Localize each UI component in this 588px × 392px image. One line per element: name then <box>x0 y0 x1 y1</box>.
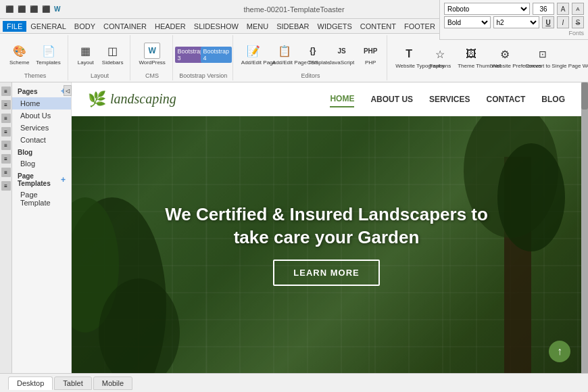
sidebar-header-pages: Pages + <box>12 85 71 97</box>
heading-select[interactable]: h2 <box>493 16 540 28</box>
sidebars-button[interactable]: ◫ Sidebars <box>99 41 126 68</box>
bootstrap4-button[interactable]: Bootstrap 4 <box>204 45 228 64</box>
hero-title: We Certified & Insured Landscapers to ta… <box>157 203 495 249</box>
menu-content[interactable]: CONTENT <box>356 21 400 32</box>
nav-services[interactable]: SERVICES <box>429 92 470 107</box>
menu-file[interactable]: FILE <box>3 21 26 32</box>
sidebar-item-services[interactable]: Services <box>12 122 71 134</box>
sidebar-item-about-us[interactable]: About Us <box>12 109 71 122</box>
typography-icon: T <box>401 46 417 62</box>
layout-icon: ▦ <box>78 43 94 59</box>
toolbar-group-cms: W WordPress CMS <box>132 35 172 80</box>
website-preview: 🌿 landscaping HOME ABOUT US SERVICES CON… <box>72 82 581 373</box>
font-family-select[interactable]: Roboto <box>444 3 530 15</box>
menu-header[interactable]: HEADER <box>151 21 190 32</box>
templates-add-btn[interactable]: + <box>61 175 66 185</box>
templates-button[interactable]: 📄 Templates <box>33 41 63 68</box>
logo-leaf-icon: 🌿 <box>88 91 106 108</box>
favicons-icon: ☆ <box>432 46 448 62</box>
scheme-button[interactable]: 🎨 Scheme <box>7 41 32 68</box>
javascript-button[interactable]: JS JavaScript <box>326 41 357 68</box>
menu-container[interactable]: CONTAINER <box>99 21 151 32</box>
bootstrap3-button[interactable]: Bootstrap 3 <box>178 45 203 64</box>
scheme-icon: 🎨 <box>11 43 28 59</box>
bootstrap3-icon: Bootstrap 3 <box>182 47 199 63</box>
nav-contact[interactable]: CONTACT <box>487 92 526 107</box>
hero-cta-button[interactable]: LEARN MORE <box>273 260 379 286</box>
javascript-icon: JS <box>334 43 350 59</box>
theme-thumbnail-button[interactable]: 🖼 Theme Thumbnail <box>455 45 487 71</box>
menu-footer[interactable]: FOOTER <box>400 21 439 32</box>
strip-icon-8[interactable]: ≡ <box>1 181 11 191</box>
font-size-input[interactable] <box>533 3 554 15</box>
nav-blog[interactable]: BLOG <box>541 92 565 107</box>
menu-general[interactable]: GENERAL <box>26 21 70 32</box>
menu-body[interactable]: BODY <box>70 21 99 32</box>
menu-sidebar[interactable]: SIDEBAR <box>272 21 313 32</box>
italic-btn[interactable]: I <box>557 16 569 28</box>
strip-icon-4[interactable]: ≡ <box>1 127 11 137</box>
layout-button[interactable]: ▦ Layout <box>74 41 98 68</box>
strip-icon-7[interactable]: ≡ <box>1 168 11 177</box>
site-logo: 🌿 landscaping <box>88 91 176 108</box>
preferences-icon: ⚙ <box>497 46 513 62</box>
toolbar-group-layout: ▦ Layout ◫ Sidebars Layout <box>70 35 131 80</box>
menu-slideshow[interactable]: SLIDESHOW <box>190 21 243 32</box>
strikethrough-btn[interactable]: S <box>572 16 584 28</box>
php-button[interactable]: PHP PHP <box>358 41 383 68</box>
title-bar-icons: ⬛ ⬛ ⬛ ⬛ W <box>5 5 60 13</box>
theme-thumbnail-icon: 🖼 <box>463 46 479 62</box>
convert-single-page-button[interactable]: ⊡ Convert to Single Page Website <box>522 45 563 71</box>
website-typography-button[interactable]: T Website Typography <box>393 45 425 71</box>
scroll-up-arrow[interactable]: ↑ <box>549 341 570 362</box>
add-edit-template-icon: 📋 <box>276 43 293 59</box>
font-panel: Roboto A A Bold h2 U I S Fonts <box>439 0 588 40</box>
php-icon: PHP <box>362 43 378 59</box>
css-button[interactable]: {} CSS <box>301 41 325 68</box>
toolbar-group-editors: 📝 Add/Edit Page 📋 Add/Edit Page Template… <box>235 35 387 80</box>
strip-icon-5[interactable]: ≡ <box>1 141 11 150</box>
nav-home[interactable]: HOME <box>330 91 354 107</box>
font-weight-select[interactable]: Bold <box>444 16 491 28</box>
tab-tablet[interactable]: Tablet <box>54 376 91 390</box>
add-edit-page-icon: 📝 <box>245 43 262 59</box>
font-panel-label: Fonts <box>444 30 584 36</box>
sidebar-header-blog: Blog <box>12 147 71 157</box>
site-nav: 🌿 landscaping HOME ABOUT US SERVICES CON… <box>72 82 581 116</box>
strip-icon-1[interactable]: ≡ <box>1 87 11 96</box>
strip-icon-3[interactable]: ≡ <box>1 114 11 123</box>
sidebar-collapse-btn[interactable]: ◁ <box>64 85 72 96</box>
templates-icon: 📄 <box>41 43 57 59</box>
menu-menu[interactable]: MENU <box>243 21 272 32</box>
toolbar: 🎨 Scheme 📄 Templates Themes ▦ Layout ◫ S… <box>0 34 588 82</box>
canvas-area: 🌿 landscaping HOME ABOUT US SERVICES CON… <box>72 82 588 373</box>
menu-widgets[interactable]: WIDGETS <box>314 21 356 32</box>
underline-btn[interactable]: U <box>542 16 554 28</box>
font-increase-btn[interactable]: A <box>557 3 569 15</box>
left-sidebar: ◁ Pages + Home About Us Services Contact… <box>12 82 72 373</box>
scrollbar[interactable] <box>581 82 588 373</box>
sidebar-item-page-template[interactable]: Page Template <box>12 189 71 209</box>
hero-section: We Certified & Insured Landscapers to ta… <box>72 116 581 373</box>
strip-icon-6[interactable]: ≡ <box>1 154 11 164</box>
nav-about-us[interactable]: ABOUT US <box>370 92 413 107</box>
add-edit-page-button[interactable]: 📝 Add/Edit Page <box>239 41 268 68</box>
font-decrease-btn[interactable]: A <box>572 3 584 15</box>
scrollbar-thumb[interactable] <box>581 82 588 109</box>
hero-content: We Certified & Insured Landscapers to ta… <box>72 116 581 373</box>
convert-icon: ⊡ <box>535 46 551 62</box>
sidebars-icon: ◫ <box>105 43 121 59</box>
tab-desktop[interactable]: Desktop <box>8 376 53 390</box>
sidebar-item-home[interactable]: Home <box>12 97 71 109</box>
css-icon: {} <box>305 43 321 59</box>
add-edit-template-button[interactable]: 📋 Add/Edit Page Template <box>270 41 299 68</box>
sidebar-item-blog[interactable]: Blog <box>12 157 71 170</box>
sidebar-section-pages: Pages + Home About Us Services Contact <box>12 85 71 146</box>
favicons-button[interactable]: ☆ Favicons <box>426 45 454 71</box>
wordpress-button[interactable]: W WordPress <box>136 41 168 68</box>
website-preferences-button[interactable]: ⚙ Website Preferences <box>489 45 521 71</box>
bottom-bar: Desktop Tablet Mobile <box>0 373 588 392</box>
sidebar-item-contact[interactable]: Contact <box>12 134 71 146</box>
strip-icon-2[interactable]: ≡ <box>1 100 11 109</box>
tab-mobile[interactable]: Mobile <box>93 376 132 390</box>
